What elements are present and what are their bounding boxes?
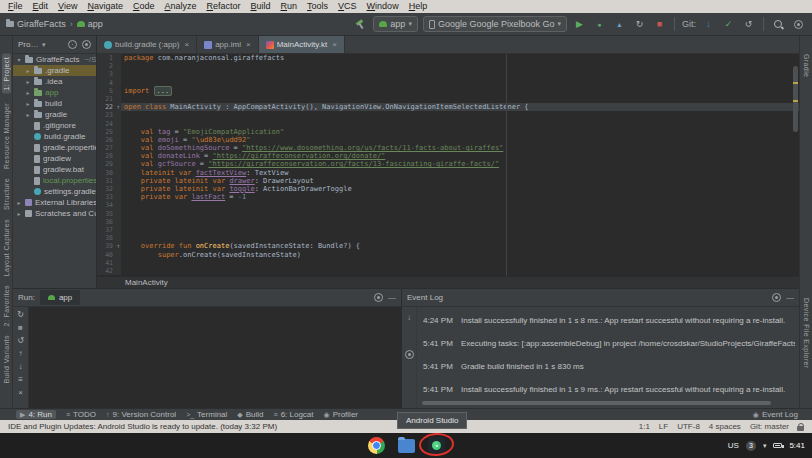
tree-item-gitignore[interactable]: .gitignore <box>13 120 96 131</box>
move-up-icon[interactable]: ↑ <box>19 349 23 359</box>
status-lf[interactable]: LF <box>659 422 668 431</box>
tree-item-gradlew-bat[interactable]: gradlew.bat <box>13 164 96 175</box>
gutter-line-number[interactable]: 5 <box>97 87 121 95</box>
tree-item-giraffefacts[interactable]: ▾GiraffeFacts~/StudioProjects/GiraffeFac… <box>13 54 96 65</box>
menu-edit[interactable]: Edit <box>28 0 54 13</box>
stripe-layout-captures[interactable]: Layout Captures <box>3 219 10 276</box>
menu-analyze[interactable]: Analyze <box>159 0 201 13</box>
event-log-scrollbar[interactable] <box>422 401 771 405</box>
gutter-line-number[interactable]: 25 <box>97 128 121 136</box>
git-update-button[interactable]: ↓ <box>701 16 716 32</box>
gutter-line-number[interactable]: 22↑ <box>97 103 121 111</box>
rerun-icon[interactable]: ↻ <box>17 310 24 320</box>
gutter-line-number[interactable]: 31 <box>97 177 121 185</box>
gutter-line-number[interactable]: 29 <box>97 160 121 168</box>
nav-project-crumb[interactable]: GiraffeFacts <box>6 19 66 29</box>
stop-button[interactable]: ■ <box>652 16 667 32</box>
nav-module-crumb[interactable]: app <box>77 19 103 29</box>
toolwindow-build[interactable]: ◆Build <box>237 410 263 419</box>
gutter-line-number[interactable]: 40 <box>97 251 121 259</box>
gutter-line-number[interactable]: 41 <box>97 259 121 267</box>
menu-view[interactable]: View <box>53 0 82 13</box>
git-revert-button[interactable]: ↺ <box>741 16 756 32</box>
scrollbar-thumb[interactable] <box>793 66 798 132</box>
gutter-line-number[interactable]: 37 <box>97 226 121 234</box>
tree-item-external-libraries[interactable]: ▸External Libraries <box>13 197 96 208</box>
soft-wrap-icon[interactable]: ≡ <box>18 375 23 385</box>
run-tab-app[interactable]: app <box>40 290 80 305</box>
tree-item-gradle[interactable]: ▸gradle <box>13 109 96 120</box>
gutter-line-number[interactable]: 30 <box>97 169 121 177</box>
status-4-spaces[interactable]: 4 spaces <box>709 422 741 431</box>
debug-button[interactable]: ● <box>592 16 607 32</box>
gutter-line-number[interactable]: 36 <box>97 218 121 226</box>
gutter-line-number[interactable]: 23 <box>97 111 121 119</box>
panel-settings-gear-icon[interactable] <box>82 40 91 49</box>
event-log-wrench-icon[interactable] <box>405 350 414 359</box>
run-settings-gear-icon[interactable] <box>374 293 383 302</box>
gutter-line-number[interactable]: 3 <box>97 70 121 78</box>
tree-item-gradlew[interactable]: gradlew <box>13 153 96 164</box>
menu-window[interactable]: Window <box>362 0 404 13</box>
stripe-resource-manager[interactable]: Resource Manager <box>3 103 10 169</box>
settings-button[interactable] <box>791 16 806 32</box>
toolwindow-event-log[interactable]: ◉Event Log <box>753 410 798 419</box>
tray-caret-down-icon[interactable]: ▾ <box>763 442 767 450</box>
search-everywhere-button[interactable] <box>771 16 786 32</box>
gutter-line-number[interactable]: 39↑ <box>97 242 121 250</box>
chrome-icon[interactable] <box>368 437 385 454</box>
toolwindow-4-run[interactable]: ▶4: Run <box>16 410 56 419</box>
menu-tools[interactable]: Tools <box>302 0 333 13</box>
gutter-line-number[interactable]: 38 <box>97 234 121 242</box>
git-commit-button[interactable]: ✓ <box>721 16 736 32</box>
files-icon[interactable] <box>398 439 415 453</box>
tree-item-gradle-properties[interactable]: gradle.properties <box>13 142 96 153</box>
tab-app-iml[interactable]: app.iml× <box>197 36 258 53</box>
status-utf-8[interactable]: UTF-8 <box>677 422 700 431</box>
toolwindow-terminal[interactable]: >_Terminal <box>186 410 227 419</box>
close-icon[interactable]: × <box>332 40 337 49</box>
clock[interactable]: 5:41 <box>789 441 805 450</box>
override-marker-icon[interactable]: ↑ <box>116 242 120 250</box>
gutter-line-number[interactable]: 26 <box>97 136 121 144</box>
toolwindow-6-logcat[interactable]: ≡6: Logcat <box>274 410 314 419</box>
code-editor[interactable]: 1package com.naranjaconsal.giraffefacts2… <box>97 54 799 276</box>
locate-file-icon[interactable] <box>68 40 77 49</box>
move-down-icon[interactable]: ↓ <box>19 362 23 372</box>
stripe-device-file-explorer[interactable]: Device File Explorer <box>803 298 810 369</box>
event-log-settings-gear-icon[interactable] <box>772 293 781 302</box>
hide-event-log-icon[interactable]: — <box>786 293 794 302</box>
stripe-1-project[interactable]: 1: Project <box>2 54 11 94</box>
toolwindow-todo[interactable]: ≡TODO <box>66 410 96 419</box>
toolwindow-profiler[interactable]: ◉Profiler <box>324 410 358 419</box>
tree-item-app[interactable]: ▸app <box>13 87 96 98</box>
stop-icon[interactable]: ■ <box>18 323 23 333</box>
stripe-build-variants[interactable]: Build Variants <box>3 335 10 383</box>
device-select[interactable]: Google Google Pixelbook Go ▾ <box>423 16 567 32</box>
gutter-line-number[interactable]: 28 <box>97 152 121 160</box>
gutter-line-number[interactable]: 35 <box>97 210 121 218</box>
project-view-select[interactable]: Project <box>18 40 40 49</box>
menu-navigate[interactable]: Navigate <box>82 0 128 13</box>
tab-build-gradle-app[interactable]: build.gradle (:app)× <box>97 36 197 53</box>
gutter-line-number[interactable]: 27 <box>97 144 121 152</box>
tree-item-local-properties[interactable]: local.properties <box>13 175 96 186</box>
toolwindow-9-version-control[interactable]: ↑9: Version Control <box>106 410 176 419</box>
menu-build[interactable]: Build <box>246 0 276 13</box>
stripe-2-favorites[interactable]: 2: Favorites <box>3 285 10 326</box>
status-message[interactable]: IDE and Plugin Updates: Android Studio i… <box>8 422 277 431</box>
gutter-line-number[interactable]: 32 <box>97 185 121 193</box>
menu-refactor[interactable]: Refactor <box>202 0 246 13</box>
stripe-gradle[interactable]: Gradle <box>803 54 810 77</box>
menu-vcs[interactable]: VCS <box>333 0 362 13</box>
tree-item-gradle[interactable]: ▸.gradle <box>13 65 96 76</box>
tree-item-build-gradle[interactable]: build.gradle <box>13 131 96 142</box>
gutter-line-number[interactable]: 33 <box>97 193 121 201</box>
scroll-to-end-icon[interactable]: ↓ <box>407 313 411 322</box>
editor-scrollbar[interactable] <box>791 54 799 276</box>
build-hammer-button[interactable] <box>353 16 368 32</box>
gutter-line-number[interactable]: 42 <box>97 267 121 275</box>
keyboard-layout-indicator[interactable]: US <box>728 441 739 450</box>
tree-item-scratches-and-consoles[interactable]: ▸Scratches and Consoles <box>13 208 96 219</box>
close-icon[interactable]: × <box>184 40 189 49</box>
